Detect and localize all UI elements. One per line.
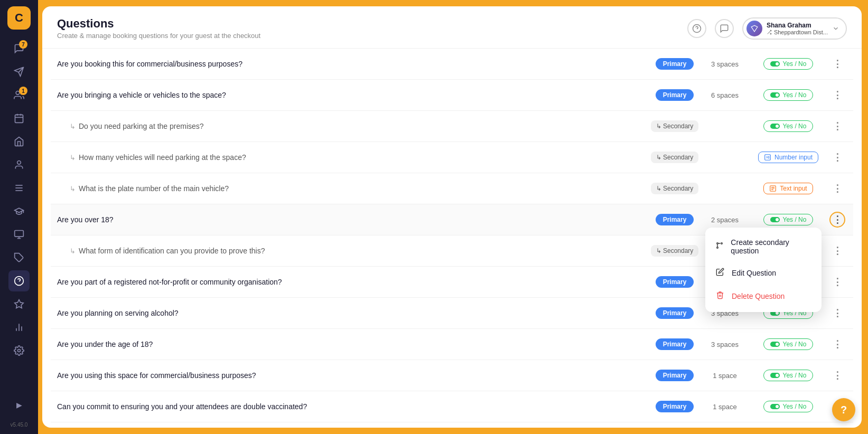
- delete-question-button[interactable]: Delete Question: [705, 285, 822, 308]
- question-text: ↳ Do you need parking at the premises?: [57, 122, 648, 130]
- question-text: Are you part of a registered not-for-pro…: [57, 278, 648, 286]
- question-type-badge: Primary: [648, 89, 701, 101]
- question-text: ↳ What form of identification can you pr…: [57, 247, 648, 255]
- row-menu[interactable]: ⋮: [828, 149, 847, 165]
- primary-badge: Primary: [656, 58, 694, 70]
- edit-question-button[interactable]: Edit Question: [705, 261, 822, 285]
- menu-dots-button[interactable]: ⋮: [829, 274, 845, 290]
- sidebar-item-profile[interactable]: [8, 154, 30, 175]
- primary-badge: Primary: [656, 307, 694, 319]
- sidebar-expand-button[interactable]: ▶: [8, 394, 30, 416]
- question-type-badge: ↳ Secondary: [648, 152, 701, 163]
- answer-type: Yes / No: [749, 89, 828, 101]
- delete-question-label: Delete Question: [732, 292, 785, 300]
- avatar: [746, 21, 762, 36]
- row-menu[interactable]: ⋮: [828, 118, 847, 134]
- header-text: Questions Create & manage booking questi…: [57, 17, 687, 40]
- create-secondary-label: Create secondary question: [731, 238, 812, 255]
- sidebar: C 7 1 ▶ v5.45.0: [0, 0, 38, 434]
- chat-icon-button[interactable]: [715, 19, 734, 38]
- edit-question-label: Edit Question: [732, 269, 776, 277]
- table-row: ↳ Do you need parking at the premises? ↳…: [51, 111, 853, 142]
- sidebar-item-reports[interactable]: [8, 224, 30, 245]
- menu-dots-button[interactable]: ⋮: [829, 243, 845, 259]
- question-text: Are you using this space for commercial/…: [57, 371, 648, 380]
- sidebar-item-tools[interactable]: [8, 177, 30, 199]
- sidebar-item-analytics[interactable]: [8, 317, 30, 338]
- row-menu[interactable]: ⋮: [828, 181, 847, 196]
- sidebar-item-favorites[interactable]: [8, 294, 30, 315]
- secondary-badge: ↳ Secondary: [651, 245, 699, 257]
- main-wrapper: Questions Create & manage booking questi…: [38, 0, 868, 434]
- sidebar-item-messages[interactable]: 7: [8, 38, 30, 59]
- menu-dots-button[interactable]: ⋮: [829, 305, 845, 321]
- sidebar-item-settings[interactable]: [8, 340, 30, 361]
- svg-rect-1: [15, 115, 23, 122]
- spaces-count: 3 spaces: [701, 341, 749, 348]
- row-menu[interactable]: ⋮: [828, 336, 847, 352]
- menu-dots-button[interactable]: ⋮: [829, 149, 845, 165]
- help-fab-button[interactable]: ?: [832, 398, 855, 421]
- context-menu: Create secondary question Edit Question: [705, 228, 822, 312]
- question-type-badge: Primary: [648, 307, 701, 319]
- question-text: Are you over 18?: [57, 215, 648, 224]
- row-menu[interactable]: ⋮: [828, 367, 847, 383]
- messages-badge: 7: [19, 40, 27, 49]
- sidebar-item-announcements[interactable]: [8, 61, 30, 82]
- menu-dots-button[interactable]: ⋮: [829, 118, 845, 134]
- answer-type: Yes / No: [749, 338, 828, 350]
- page-title: Questions: [57, 17, 687, 31]
- row-menu[interactable]: ⋮: [828, 56, 847, 72]
- question-text: Are you booking this for commercial/busi…: [57, 60, 648, 68]
- question-type-badge: Primary: [648, 370, 701, 381]
- spaces-count: 3 spaces: [701, 60, 749, 68]
- secondary-badge: ↳ Secondary: [651, 183, 699, 194]
- sidebar-item-education[interactable]: [8, 201, 30, 222]
- question-type-badge: Primary: [648, 401, 701, 412]
- sidebar-item-users[interactable]: 1: [8, 84, 30, 106]
- sidebar-item-spaces[interactable]: [8, 131, 30, 152]
- menu-dots-button[interactable]: ⋮: [829, 87, 845, 103]
- svg-marker-15: [15, 300, 24, 308]
- question-type-badge: ↳ Secondary: [648, 183, 701, 194]
- table-row: Can you commit to ensuring you and your …: [51, 391, 853, 422]
- secondary-badge: ↳ Secondary: [651, 152, 699, 163]
- user-org: Sheppardtown Dist...: [767, 29, 828, 35]
- svg-point-26: [721, 243, 723, 244]
- branch-icon: [715, 241, 724, 252]
- question-type-badge: Primary: [648, 338, 701, 350]
- row-menu[interactable]: ⋮: [828, 274, 847, 290]
- question-type-badge: Primary: [648, 214, 701, 225]
- menu-dots-button[interactable]: ⋮: [829, 336, 845, 352]
- table-row: Are you under the age of 18? Primary 3 s…: [51, 329, 853, 360]
- row-menu[interactable]: ⋮: [828, 305, 847, 321]
- row-menu[interactable]: ⋮: [828, 243, 847, 259]
- secondary-arrow-icon: ↳: [70, 247, 76, 255]
- primary-badge: Primary: [656, 214, 694, 225]
- secondary-arrow-icon: ↳: [70, 154, 76, 162]
- sidebar-item-calendar[interactable]: [8, 108, 30, 129]
- menu-dots-button[interactable]: ⋮: [829, 212, 845, 228]
- menu-dots-button[interactable]: ⋮: [829, 181, 845, 196]
- secondary-arrow-icon: ↳: [70, 122, 76, 130]
- sidebar-item-tags[interactable]: [8, 247, 30, 268]
- help-icon-button[interactable]: [687, 19, 706, 38]
- question-text: ↳ What is the plate number of the main v…: [57, 184, 648, 193]
- menu-dots-button[interactable]: ⋮: [829, 56, 845, 72]
- row-menu[interactable]: ⋮: [828, 87, 847, 103]
- table-row: Are you bringing a vehicle or vehicles t…: [51, 80, 853, 111]
- app-logo[interactable]: C: [7, 6, 31, 30]
- primary-badge: Primary: [656, 370, 694, 381]
- user-badge[interactable]: Shana Graham Sheppardtown Dist...: [742, 17, 847, 40]
- question-text: Can you commit to ensuring you and your …: [57, 402, 648, 411]
- row-menu[interactable]: ⋮ Create secondary question: [828, 212, 847, 228]
- delete-icon: [715, 291, 725, 301]
- edit-icon: [715, 268, 725, 278]
- table-row: Are you booking this for commercial/busi…: [51, 49, 853, 80]
- svg-point-5: [17, 161, 21, 165]
- users-badge: 1: [19, 87, 27, 95]
- table-row: Are you over 18? Primary 2 spaces Yes / …: [51, 204, 853, 235]
- menu-dots-button[interactable]: ⋮: [829, 367, 845, 383]
- sidebar-item-questions[interactable]: [8, 270, 30, 291]
- create-secondary-question-button[interactable]: Create secondary question: [705, 232, 822, 261]
